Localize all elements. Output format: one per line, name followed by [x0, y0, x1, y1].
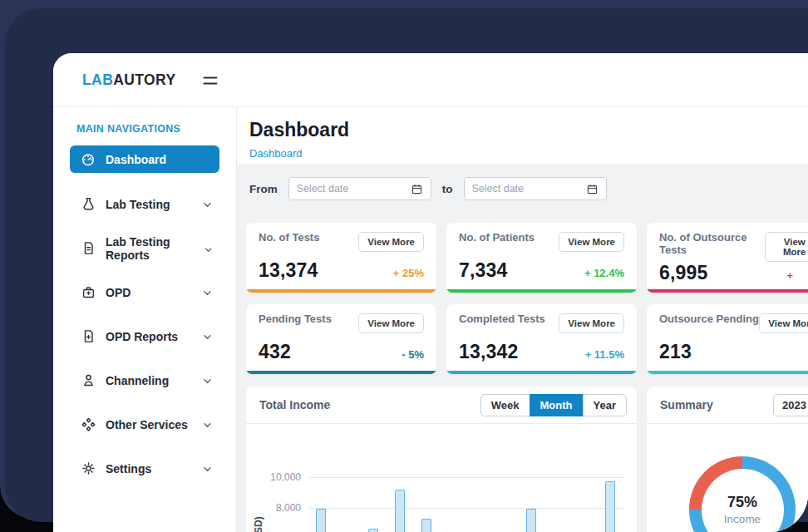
- sidebar-item-lab-testing[interactable]: Lab Testing: [53, 182, 236, 226]
- period-segmented-control: WeekMonthYear: [480, 394, 627, 416]
- services-icon: [81, 416, 96, 432]
- sidebar-item-lab-testing-reports[interactable]: Lab Testing Reports: [53, 226, 236, 270]
- app-window: LABAUTORY MAIN NAVIGATIONS Dashboard Lab…: [53, 53, 808, 532]
- stat-card-value: 13,374: [259, 259, 318, 282]
- to-date-input[interactable]: Select date: [464, 177, 607, 200]
- view-more-button[interactable]: View More: [759, 313, 808, 333]
- medical-bag-icon: [81, 284, 96, 300]
- sidebar-item-opd-reports[interactable]: OPD Reports: [53, 314, 236, 358]
- gauge-icon: [81, 152, 96, 167]
- stat-card-no-of-outsource-tests: No. of Outsource TestsView More6,995+: [647, 223, 808, 293]
- brand-logo-autory: AUTORY: [113, 71, 175, 88]
- chevron-down-icon[interactable]: [202, 287, 213, 298]
- stat-card-outsource-pending: Outsource PendingView More213: [647, 304, 808, 374]
- donut-center: 75% Income: [702, 469, 784, 532]
- to-label: to: [442, 183, 453, 195]
- stat-card-no-of-patients: No. of PatientsView More7,334+ 12.4%: [446, 223, 637, 293]
- donut-center-label: Income: [724, 513, 761, 525]
- sidebar-item-label: Settings: [106, 462, 151, 475]
- stat-card-accent-bar: [246, 289, 436, 293]
- chevron-down-icon[interactable]: [202, 331, 213, 342]
- sidebar-item-label: OPD: [106, 286, 131, 299]
- stat-card-value: 432: [259, 341, 291, 363]
- page-title: Dashboard: [249, 119, 808, 141]
- sidebar-item-label: Other Services: [106, 418, 188, 431]
- brand-logo-lab: LAB: [82, 71, 113, 88]
- from-date-input[interactable]: Select date: [288, 177, 431, 200]
- sidebar-section-label: MAIN NAVIGATIONS: [76, 123, 236, 135]
- chevron-down-icon[interactable]: [202, 199, 213, 209]
- tab-month[interactable]: Month: [530, 394, 584, 416]
- income-plot: Income (USD) 10,0008,0006,0004,000: [246, 424, 637, 532]
- income-bar-1: [316, 509, 326, 532]
- brand-logo[interactable]: LABAUTORY: [82, 53, 176, 107]
- sidebar-item-other-services[interactable]: Other Services: [53, 402, 236, 446]
- view-more-button[interactable]: View More: [358, 313, 424, 333]
- stat-cards-grid: No. of TestsView More13,374+ 25%No. of P…: [246, 223, 808, 374]
- summary-card: Summary 2023 75% Income: [647, 387, 808, 532]
- sidebar-item-label: OPD Reports: [106, 330, 178, 343]
- summary-header: Summary 2023: [647, 387, 808, 424]
- top-header: LABAUTORY: [53, 53, 808, 107]
- chevron-down-icon[interactable]: [202, 375, 213, 386]
- stat-card-delta: +: [786, 269, 793, 282]
- gridline: [309, 477, 625, 478]
- calendar-icon[interactable]: [411, 183, 423, 195]
- hamburger-menu-icon[interactable]: [202, 72, 219, 89]
- view-more-button[interactable]: View More: [765, 232, 808, 262]
- stat-card-value: 6,995: [659, 262, 708, 284]
- income-bar-5: [421, 519, 431, 532]
- gear-icon: [81, 461, 96, 476]
- income-bar-12: [605, 481, 615, 532]
- income-bar-3: [368, 529, 378, 532]
- sidebar-item-dashboard[interactable]: Dashboard: [70, 145, 219, 173]
- stat-card-value: 213: [659, 341, 692, 363]
- stat-card-title: Pending Tests: [259, 313, 332, 326]
- chevron-down-icon[interactable]: [202, 419, 213, 430]
- date-filter-row: From Select date to Select date: [249, 177, 618, 200]
- income-bar-9: [526, 509, 536, 532]
- stat-card-completed-tests: Completed TestsView More13,342+ 11.5%: [446, 304, 637, 374]
- stat-card-delta: + 25%: [393, 267, 424, 279]
- stat-card-accent-bar: [647, 371, 808, 374]
- tab-week[interactable]: Week: [480, 394, 530, 416]
- main-content: Dashboard Dashboard From Select date to …: [237, 107, 808, 532]
- sidebar-item-channeling[interactable]: Channeling: [53, 358, 236, 402]
- gridline: [309, 508, 625, 509]
- chevron-down-icon[interactable]: [202, 463, 213, 474]
- stat-card-accent-bar: [446, 371, 637, 374]
- chevron-down-icon[interactable]: [204, 243, 213, 254]
- doctor-icon: [81, 372, 96, 388]
- stat-card-title: No. of Outsource Tests: [659, 232, 765, 257]
- tab-year[interactable]: Year: [583, 394, 627, 416]
- sidebar: MAIN NAVIGATIONS Dashboard Lab TestingLa…: [53, 107, 237, 532]
- year-select[interactable]: 2023: [773, 394, 808, 416]
- sidebar-nav-list: Lab TestingLab Testing ReportsOPDOPD Rep…: [53, 182, 236, 490]
- y-tick-label: 8,000: [253, 502, 301, 514]
- screenshot-canvas: LABAUTORY MAIN NAVIGATIONS Dashboard Lab…: [0, 0, 808, 532]
- view-more-button[interactable]: View More: [358, 232, 424, 252]
- breadcrumb[interactable]: Dashboard: [249, 147, 808, 160]
- stat-card-title: No. of Patients: [459, 232, 535, 244]
- stat-card-no-of-tests: No. of TestsView More13,374+ 25%: [246, 223, 436, 293]
- calendar-icon[interactable]: [586, 183, 599, 195]
- view-more-button[interactable]: View More: [559, 313, 624, 333]
- to-date-placeholder: Select date: [472, 183, 586, 195]
- flask-icon: [81, 196, 96, 212]
- total-income-card: Total Income WeekMonthYear Income (USD) …: [246, 387, 637, 532]
- stat-card-title: Completed Tests: [459, 313, 545, 326]
- document-plus-icon: [81, 328, 96, 344]
- stat-card-accent-bar: [446, 289, 637, 293]
- view-more-button[interactable]: View More: [559, 232, 624, 252]
- from-date-placeholder: Select date: [297, 183, 411, 195]
- content-body: From Select date to Select date: [237, 164, 808, 532]
- sidebar-item-opd[interactable]: OPD: [53, 270, 236, 314]
- document-icon: [81, 240, 96, 256]
- stat-card-value: 13,342: [459, 341, 519, 363]
- y-tick-label: 10,000: [253, 471, 301, 483]
- stat-card-title: Outsource Pending: [659, 313, 759, 326]
- sidebar-item-label: Dashboard: [106, 153, 166, 166]
- sidebar-item-settings[interactable]: Settings: [53, 446, 236, 490]
- stat-card-accent-bar: [246, 371, 436, 374]
- stat-card-delta: - 5%: [402, 348, 424, 361]
